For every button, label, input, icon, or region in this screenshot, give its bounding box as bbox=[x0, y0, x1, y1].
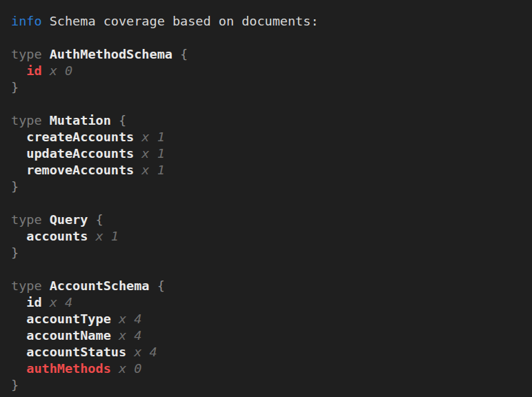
type-name: AuthMethodSchema bbox=[50, 47, 173, 61]
usage-count: 1 bbox=[157, 130, 165, 144]
type-close-query: } bbox=[11, 245, 521, 261]
usage-count: 0 bbox=[65, 63, 72, 78]
terminal-output[interactable]: info Schema coverage based on documents:… bbox=[0, 0, 532, 397]
blank-line bbox=[11, 261, 521, 278]
usage-label: x bbox=[134, 345, 141, 359]
usage-label: x bbox=[96, 229, 104, 243]
type-keyword: type bbox=[11, 278, 42, 293]
field-name: accounts bbox=[26, 229, 88, 243]
usage-label: x bbox=[119, 361, 126, 376]
field-usage: x 4 bbox=[119, 312, 141, 326]
field-line-accountname: accountName x 4 bbox=[11, 327, 521, 344]
usage-label: x bbox=[141, 146, 149, 161]
field-name: id bbox=[26, 295, 41, 309]
type-keyword: type bbox=[11, 47, 42, 61]
field-line-updateaccounts: updateAccounts x 1 bbox=[11, 145, 521, 162]
open-brace: { bbox=[157, 278, 165, 293]
type-header-accountschema: type AccountSchema { bbox=[11, 278, 521, 294]
usage-label: x bbox=[141, 130, 149, 144]
field-name: authMethods bbox=[26, 361, 111, 376]
field-name: removeAccounts bbox=[26, 163, 134, 177]
close-brace: } bbox=[11, 80, 19, 94]
type-keyword: type bbox=[11, 212, 42, 227]
usage-label: x bbox=[50, 63, 57, 78]
field-usage: x 4 bbox=[119, 328, 141, 343]
type-name: AccountSchema bbox=[50, 278, 150, 293]
field-line-removeaccounts: removeAccounts x 1 bbox=[11, 162, 521, 179]
field-usage: x 0 bbox=[50, 63, 72, 78]
type-name: Mutation bbox=[50, 113, 111, 128]
field-name: id bbox=[26, 63, 41, 78]
usage-label: x bbox=[141, 163, 149, 177]
usage-count: 4 bbox=[65, 295, 72, 309]
usage-count: 1 bbox=[157, 146, 165, 161]
open-brace: { bbox=[96, 212, 104, 227]
type-keyword: type bbox=[11, 113, 42, 128]
field-name: updateAccounts bbox=[26, 146, 134, 161]
open-brace: { bbox=[180, 47, 188, 61]
close-brace: } bbox=[11, 378, 19, 392]
field-usage: x 1 bbox=[96, 229, 119, 243]
log-level-badge: info bbox=[11, 14, 42, 28]
usage-count: 0 bbox=[134, 361, 141, 376]
close-brace: } bbox=[11, 245, 19, 260]
type-header-query: type Query { bbox=[11, 212, 521, 228]
blank-line bbox=[11, 195, 521, 212]
type-name: Query bbox=[50, 212, 88, 227]
field-name: createAccounts bbox=[26, 130, 134, 144]
usage-label: x bbox=[119, 328, 126, 343]
usage-label: x bbox=[119, 312, 126, 326]
field-line-createaccounts: createAccounts x 1 bbox=[11, 129, 521, 145]
open-brace: { bbox=[119, 113, 126, 128]
field-line-id: id x 4 bbox=[11, 294, 521, 311]
type-close-authmethodschema: } bbox=[11, 79, 521, 96]
field-line-id: id x 0 bbox=[11, 63, 521, 79]
blank-line bbox=[11, 30, 521, 46]
field-usage: x 0 bbox=[119, 361, 141, 376]
field-line-accountstatus: accountStatus x 4 bbox=[11, 344, 521, 360]
field-usage: x 1 bbox=[141, 130, 164, 144]
log-header-line: info Schema coverage based on documents: bbox=[11, 13, 521, 30]
blank-line bbox=[11, 96, 521, 112]
field-name: accountName bbox=[26, 328, 111, 343]
field-name: accountStatus bbox=[26, 345, 126, 359]
usage-label: x bbox=[50, 295, 57, 309]
usage-count: 1 bbox=[111, 229, 119, 243]
field-usage: x 4 bbox=[134, 345, 157, 359]
usage-count: 4 bbox=[134, 312, 141, 326]
usage-count: 4 bbox=[134, 328, 141, 343]
type-close-mutation: } bbox=[11, 179, 521, 195]
field-usage: x 4 bbox=[50, 295, 72, 309]
type-header-authmethodschema: type AuthMethodSchema { bbox=[11, 46, 521, 63]
type-header-mutation: type Mutation { bbox=[11, 112, 521, 129]
field-line-authmethods: authMethods x 0 bbox=[11, 360, 521, 377]
close-brace: } bbox=[11, 179, 19, 194]
type-close-accountschema: } bbox=[11, 377, 521, 394]
field-line-accounts: accounts x 1 bbox=[11, 228, 521, 245]
field-usage: x 1 bbox=[141, 146, 164, 161]
usage-count: 1 bbox=[157, 163, 165, 177]
field-usage: x 1 bbox=[141, 163, 164, 177]
field-name: accountType bbox=[26, 312, 111, 326]
log-message: Schema coverage based on documents: bbox=[50, 14, 319, 28]
usage-count: 4 bbox=[149, 345, 157, 359]
field-line-accounttype: accountType x 4 bbox=[11, 311, 521, 327]
